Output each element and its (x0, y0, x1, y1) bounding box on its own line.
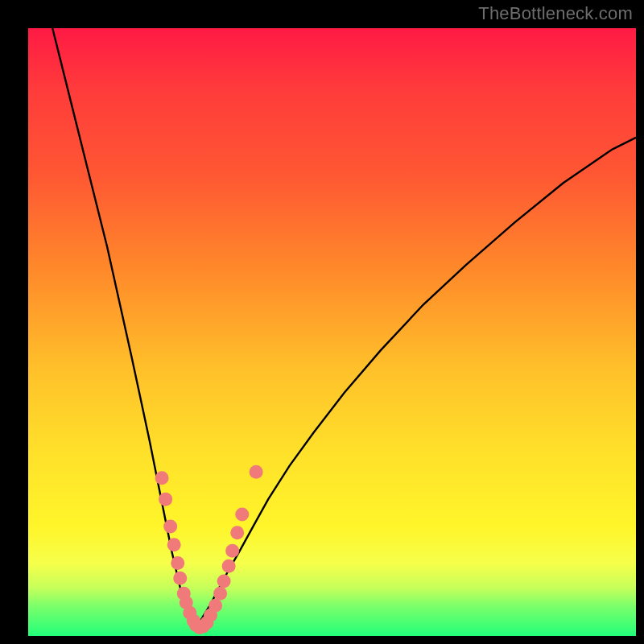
chart-overlay (28, 28, 636, 636)
data-marker (225, 544, 239, 558)
data-marker (167, 538, 181, 551)
chart-stage: TheBottleneck.com (0, 0, 644, 644)
data-marker (173, 572, 187, 585)
marker-group (155, 465, 263, 634)
data-marker (213, 587, 227, 601)
data-marker (208, 599, 222, 613)
plot-area (28, 28, 636, 636)
data-marker (171, 556, 184, 570)
watermark-text: TheBottleneck.com (478, 3, 633, 24)
data-marker (155, 471, 169, 485)
curve-right-path (197, 138, 636, 626)
data-marker (159, 493, 172, 506)
data-marker (217, 575, 231, 588)
data-marker (230, 526, 244, 539)
data-marker (235, 508, 249, 522)
data-marker (163, 520, 177, 534)
curve-left-path (52, 28, 197, 626)
data-marker (250, 465, 263, 479)
data-marker (222, 559, 236, 573)
